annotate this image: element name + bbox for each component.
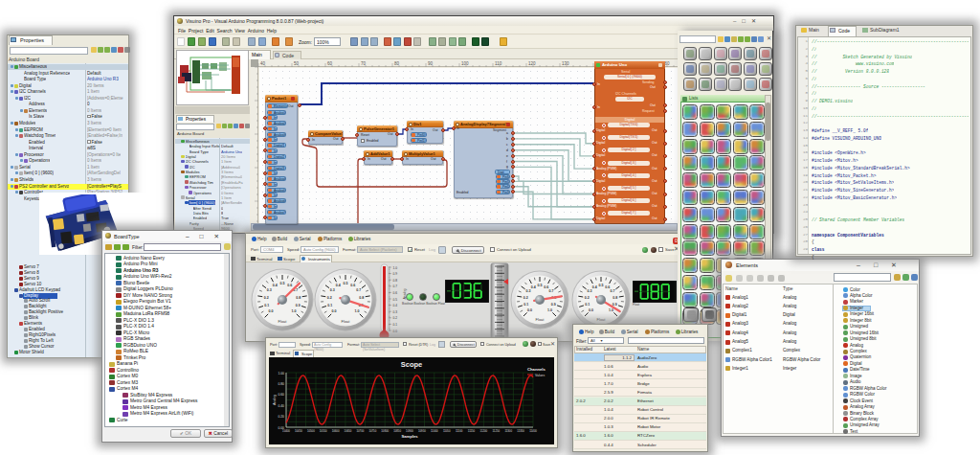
svg-text:0.5: 0.5: [344, 282, 348, 285]
svg-text:10600: 10600: [332, 429, 340, 433]
svg-text:10650: 10650: [345, 429, 352, 433]
svg-text:10850: 10850: [393, 429, 401, 433]
svg-text:10400: 10400: [282, 429, 290, 433]
svg-text:0.4: 0.4: [592, 285, 597, 289]
svg-text:0.4: 0.4: [531, 285, 536, 289]
svg-text:0.7: 0.7: [549, 289, 554, 293]
svg-text:1.0: 1.0: [547, 308, 552, 312]
svg-text:0.0: 0.0: [527, 308, 532, 312]
svg-text:0.0: 0.0: [393, 330, 398, 333]
svg-text:0.2: 0.2: [393, 316, 398, 320]
svg-text:0.7: 0.7: [393, 284, 398, 288]
svg-text:0.6: 0.6: [287, 284, 292, 287]
svg-text:11200: 11200: [480, 429, 488, 433]
svg-text:11100: 11100: [456, 429, 463, 433]
svg-text:0.5: 0.5: [538, 284, 543, 287]
svg-text:Float: Float: [536, 317, 546, 322]
svg-text:0.9: 0.9: [393, 272, 398, 276]
svg-text:0.60: 0.60: [278, 393, 284, 397]
svg-text:1.0: 1.0: [355, 309, 360, 313]
svg-text:0.2: 0.2: [327, 296, 332, 300]
svg-text:10800: 10800: [381, 429, 389, 433]
svg-text:0.3: 0.3: [267, 288, 272, 292]
svg-text:0.8: 0.8: [393, 279, 398, 283]
svg-text:10450: 10450: [295, 429, 302, 433]
svg-text:11000: 11000: [431, 429, 438, 433]
svg-text:0.3: 0.3: [525, 289, 530, 293]
svg-text:0.80: 0.80: [278, 382, 284, 386]
svg-text:0.4: 0.4: [336, 284, 341, 287]
svg-text:Analog: Analog: [273, 395, 277, 405]
svg-text:0.1: 0.1: [327, 304, 332, 307]
svg-text:0.40: 0.40: [278, 404, 284, 408]
svg-text:0.1: 0.1: [523, 303, 528, 307]
svg-text:0.8: 0.8: [612, 296, 617, 300]
svg-text:0.2: 0.2: [585, 296, 590, 300]
svg-text:0.6: 0.6: [393, 291, 398, 295]
svg-text:0.5: 0.5: [599, 284, 604, 287]
svg-text:1.00: 1.00: [278, 372, 284, 375]
svg-text:10750: 10750: [368, 429, 376, 433]
svg-text:0.0: 0.0: [269, 309, 274, 313]
svg-text:0.8: 0.8: [359, 296, 364, 300]
svg-text:1.0: 1.0: [393, 266, 398, 270]
svg-text:Scope: Scope: [401, 360, 423, 369]
svg-text:0.1: 0.1: [585, 303, 590, 307]
svg-text:0.8: 0.8: [296, 296, 301, 300]
svg-text:11350: 11350: [517, 429, 524, 433]
svg-text:0.0: 0.0: [589, 308, 593, 312]
svg-text:0.1: 0.1: [393, 323, 398, 327]
svg-text:0.7: 0.7: [611, 289, 615, 293]
svg-text:Samples: Samples: [401, 434, 418, 439]
svg-text:Float: Float: [597, 317, 607, 322]
svg-text:0.5: 0.5: [280, 282, 285, 285]
svg-text:0.3: 0.3: [587, 289, 591, 293]
svg-text:0.6: 0.6: [605, 285, 610, 289]
svg-text:11300: 11300: [504, 429, 512, 433]
svg-text:0.20: 0.20: [278, 415, 284, 419]
svg-text:10550: 10550: [320, 429, 327, 433]
svg-text:10900: 10900: [406, 429, 413, 433]
svg-text:0.1: 0.1: [264, 304, 269, 307]
svg-text:0.5: 0.5: [393, 298, 398, 302]
svg-text:11150: 11150: [468, 429, 476, 433]
svg-text:0.9: 0.9: [612, 303, 617, 307]
svg-text:11400: 11400: [529, 429, 537, 433]
svg-text:11050: 11050: [443, 429, 451, 433]
svg-text:0.2: 0.2: [264, 296, 269, 300]
svg-text:0.9: 0.9: [551, 303, 556, 307]
svg-text:Float: Float: [342, 319, 351, 324]
svg-text:0.4: 0.4: [273, 284, 278, 287]
svg-text:Channels: Channels: [527, 367, 546, 372]
svg-text:10700: 10700: [357, 429, 365, 433]
svg-text:0.6: 0.6: [350, 284, 355, 287]
svg-text:0.2: 0.2: [523, 296, 528, 300]
svg-text:10950: 10950: [418, 429, 426, 433]
svg-text:0.3: 0.3: [330, 288, 335, 292]
svg-text:10500: 10500: [307, 429, 315, 433]
svg-text:0.0: 0.0: [332, 309, 337, 313]
svg-text:Values: Values: [535, 374, 545, 377]
svg-text:0.9: 0.9: [296, 304, 301, 307]
svg-text:0.6: 0.6: [544, 285, 548, 289]
svg-text:1.0: 1.0: [292, 309, 297, 313]
svg-text:0.3: 0.3: [393, 310, 398, 314]
svg-text:0.4: 0.4: [393, 304, 398, 307]
svg-text:11250: 11250: [493, 429, 501, 433]
svg-text:0.7: 0.7: [356, 288, 361, 292]
svg-text:1.0: 1.0: [609, 308, 613, 312]
svg-text:Float: Float: [278, 319, 288, 324]
